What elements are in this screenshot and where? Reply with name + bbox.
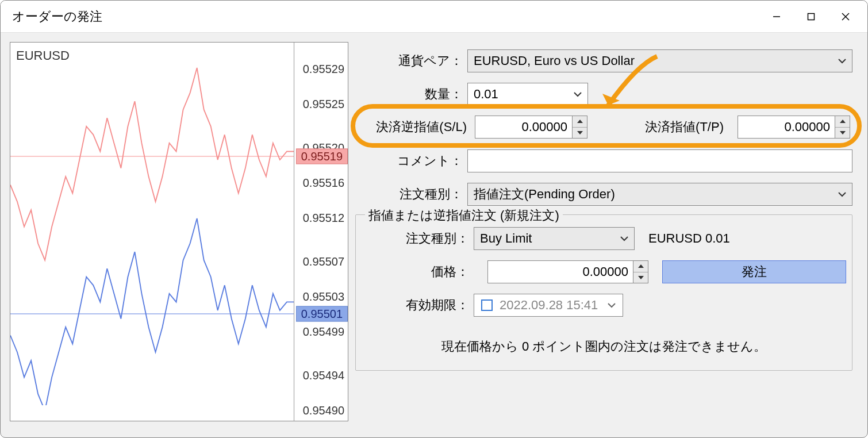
y-tick: 0.95525 [303, 97, 344, 110]
y-tick: 0.95503 [303, 290, 344, 303]
volume-value: 0.01 [474, 87, 498, 102]
symbol-row: 通貨ペア： EURUSD, Euro vs US Dollar [355, 48, 852, 74]
pending-type-select[interactable]: Buy Limit [474, 227, 635, 250]
window-title: オーダーの発注 [12, 8, 759, 25]
triangle-down-icon [577, 131, 583, 135]
y-tick: 0.95512 [303, 211, 344, 224]
chevron-down-icon [838, 58, 846, 64]
pending-group: 指値または逆指値注文 (新規注文) 注文種別： Buy Limit EURUSD… [355, 214, 852, 371]
expiry-input[interactable]: 2022.09.28 15:41 [474, 294, 623, 317]
sl-spinner[interactable] [573, 116, 587, 139]
triangle-down-icon [638, 276, 644, 279]
chevron-down-icon [838, 191, 846, 197]
chevron-down-icon [574, 91, 582, 97]
order-form: 通貨ペア： EURUSD, Euro vs US Dollar 数量： 0.01… [355, 42, 858, 428]
body: EURUSD 0.955290.955250.955200.955160.955… [1, 33, 867, 437]
send-button-label: 発注 [742, 263, 767, 281]
pending-group-title: 指値または逆指値注文 (新規注文) [365, 207, 563, 224]
pending-type-value: Buy Limit [480, 231, 532, 246]
price-input[interactable] [487, 260, 648, 283]
send-button[interactable]: 発注 [662, 260, 846, 283]
pending-type-row: 注文種別： Buy Limit EURUSD 0.01 [362, 225, 846, 252]
type-label: 注文種別： [355, 186, 467, 203]
y-tick: 0.95499 [303, 325, 344, 338]
volume-row: 数量： 0.01 [355, 81, 852, 107]
volume-select[interactable]: 0.01 [467, 83, 588, 106]
type-select[interactable]: 指値注文(Pending Order) [467, 183, 852, 206]
pending-info: EURUSD 0.01 [648, 231, 730, 246]
tp-down[interactable] [835, 128, 850, 139]
sl-field[interactable] [475, 116, 573, 139]
type-value: 指値注文(Pending Order) [474, 186, 615, 203]
sl-input[interactable] [475, 116, 587, 139]
y-tick: 0.95529 [303, 63, 344, 76]
y-tick: 0.95490 [303, 404, 344, 417]
comment-label: コメント： [355, 152, 467, 170]
triangle-down-icon [840, 131, 846, 135]
y-tick: 0.95494 [303, 369, 344, 382]
bid-line [10, 314, 294, 314]
price-row: 価格： 発注 [362, 259, 846, 285]
pending-type-label: 注文種別： [362, 230, 474, 247]
expiry-label: 有効期限： [362, 297, 474, 314]
price-label: 価格： [362, 263, 474, 281]
comment-row: コメント： [355, 148, 852, 174]
expiry-checkbox[interactable] [481, 299, 493, 311]
volume-label: 数量： [355, 86, 467, 103]
ask-badge: 0.95519 [296, 149, 348, 164]
y-tick: 0.95516 [303, 176, 344, 190]
restriction-note: 現在価格から 0 ポイント圏内の注文は発注できません。 [362, 338, 846, 355]
chevron-down-icon [620, 236, 628, 241]
tp-input[interactable] [738, 116, 850, 139]
comment-input[interactable] [467, 149, 852, 172]
order-window: オーダーの発注 EURUSD 0.955290.955250.955200.95… [0, 0, 868, 438]
window-buttons [759, 3, 863, 30]
triangle-up-icon [638, 264, 644, 268]
chart-plot [10, 43, 294, 405]
symbol-select[interactable]: EURUSD, Euro vs US Dollar [467, 49, 852, 72]
tp-label: 決済指値(T/P) [596, 118, 729, 136]
ask-line [10, 156, 294, 157]
triangle-up-icon [577, 120, 583, 123]
maximize-button[interactable] [794, 3, 828, 30]
symbol-label: 通貨ペア： [355, 52, 467, 70]
sl-down[interactable] [573, 128, 587, 139]
chart-y-axis: 0.955290.955250.955200.955160.955120.955… [294, 43, 348, 421]
sltp-row: 決済逆指値(S/L) 決済指値(T/P) [355, 110, 852, 144]
bid-badge: 0.95501 [296, 306, 348, 322]
chart-panel: EURUSD 0.955290.955250.955200.955160.955… [10, 42, 348, 421]
tp-up[interactable] [835, 116, 850, 128]
price-spinner[interactable] [633, 260, 648, 283]
symbol-value: EURUSD, Euro vs US Dollar [474, 53, 635, 68]
price-field[interactable] [487, 260, 633, 283]
triangle-up-icon [840, 120, 846, 123]
sl-label: 決済逆指値(S/L) [358, 118, 467, 136]
tp-field[interactable] [738, 116, 835, 139]
svg-rect-1 [808, 13, 815, 20]
price-up[interactable] [633, 261, 648, 272]
chevron-down-icon [608, 302, 616, 308]
expiry-row: 有効期限： 2022.09.28 15:41 [362, 292, 846, 318]
price-down[interactable] [633, 272, 648, 283]
y-tick: 0.95507 [303, 255, 344, 268]
sl-up[interactable] [573, 116, 587, 128]
titlebar: オーダーの発注 [1, 1, 867, 33]
tp-spinner[interactable] [835, 116, 850, 139]
close-button[interactable] [828, 3, 863, 30]
expiry-value: 2022.09.28 15:41 [500, 298, 598, 313]
minimize-button[interactable] [759, 3, 794, 30]
type-row: 注文種別： 指値注文(Pending Order) [355, 181, 852, 208]
